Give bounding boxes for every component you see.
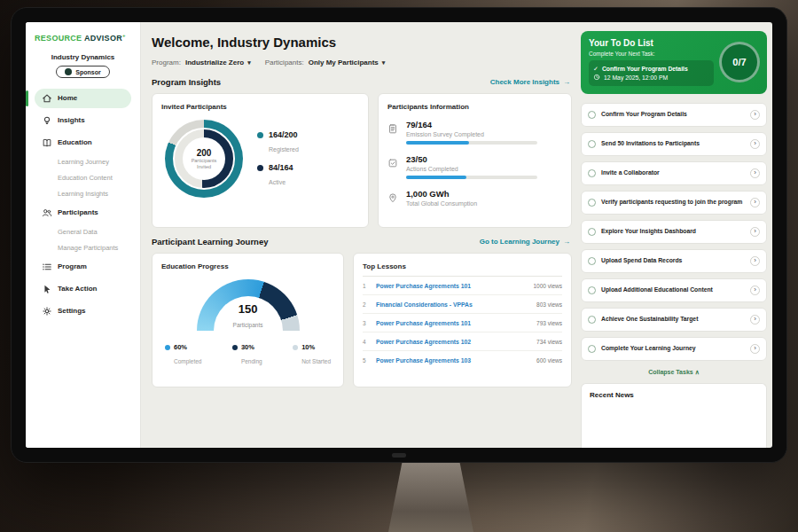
gauge-center-caption: Participants [233,322,263,328]
go-to-learning-journey-link[interactable]: Go to Learning Journey → [480,238,570,246]
book-icon [42,137,52,148]
section-title: Participant Learning Journey [152,237,268,246]
monitor-stand [388,463,473,532]
sidebar-item-home[interactable]: Home [35,89,131,108]
task-checkbox[interactable] [588,286,596,294]
logo-plus: + [122,33,126,38]
chevron-right-icon[interactable]: › [750,198,760,207]
chevron-right-icon[interactable]: › [750,168,760,178]
task-item[interactable]: Upload Additional Educational Content › [581,278,767,302]
program-select[interactable]: Industrialize Zero ▾ [185,59,251,66]
task-list: Confirm Your Program Details › Send 50 I… [581,103,767,361]
legend-value: 164/200 [269,130,299,139]
sidebar-item-learning-journey[interactable]: Learning Journey [35,153,131,169]
sidebar-item-program[interactable]: Program [35,257,131,277]
sidebar-item-education-content[interactable]: Education Content [35,169,131,185]
task-item[interactable]: Invite a Collaborator › [581,161,767,185]
todo-panel: Your To Do List Complete Your Next Task:… [581,22,772,448]
lesson-link[interactable]: Financial Considerations - VPPAs [376,301,530,308]
task-checkbox[interactable] [588,316,596,324]
task-label: Complete Your Learning Journey [601,345,745,353]
monitor-brand-mark [392,453,406,458]
scene-background: RESOURCE ADVISOR+ Industry Dynamics Spon… [0,0,798,532]
sidebar-item-education[interactable]: Education [35,133,131,153]
task-checkbox[interactable] [588,169,596,177]
lesson-row: 1 Power Purchase Agreements 101 1000 vie… [363,277,562,295]
task-checkbox[interactable] [588,111,596,119]
legend-item-active: 84/164 Active [257,163,299,188]
task-item[interactable]: Complete Your Learning Journey › [581,337,767,361]
sidebar-item-label: Education [58,138,92,146]
legend-pct: 60% [174,343,201,351]
insights-cards-row: Invited Participants 200 Participants In… [152,93,572,228]
participants-filter-label: Participants: [265,59,304,66]
lesson-views: 734 views [536,339,562,345]
chevron-up-icon: ∧ [695,369,700,375]
check-more-insights-link[interactable]: Check More Insights → [490,78,570,86]
chevron-right-icon[interactable]: › [750,139,760,149]
location-pin-icon [387,189,399,210]
section-title: Program Insights [152,77,221,87]
arrow-right-icon: → [563,78,570,86]
lesson-link[interactable]: Power Purchase Agreements 101 [376,283,527,289]
sidebar: RESOURCE ADVISOR+ Industry Dynamics Spon… [26,22,141,448]
task-item[interactable]: Upload Spend Data Records › [581,249,767,273]
sidebar-item-insights[interactable]: Insights [35,111,131,130]
legend-item-not-started: 10%Not Started [293,343,331,367]
task-item[interactable]: Confirm Your Program Details › [581,103,767,127]
sidebar-item-general-data[interactable]: General Data [35,223,131,239]
chevron-right-icon[interactable]: › [750,315,760,325]
sidebar-item-take-action[interactable]: Take Action [35,279,131,299]
clock-icon [593,74,600,81]
gauge-center-value: 150 [197,303,300,315]
chevron-right-icon[interactable]: › [750,110,760,120]
lesson-views: 803 views [536,301,562,308]
next-task-due: 12 May 2025, 12:00 PM [604,74,668,81]
task-checkbox[interactable] [588,228,596,236]
legend-item-completed: 60%Completed [165,343,201,367]
lesson-rank: 4 [363,339,370,345]
progress-bar-fill [406,176,466,179]
clipboard-icon [387,120,399,145]
sidebar-item-participants[interactable]: Participants [35,203,131,223]
participants-select-value: Only My Participants [309,59,379,66]
task-item[interactable]: Send 50 Invitations to Participants › [581,132,767,156]
progress-bar [406,176,537,179]
info-row-actions: 23/50 Actions Completed [387,154,562,179]
task-item[interactable]: Verify participants requesting to join t… [581,191,767,215]
program-filter-label: Program: [152,59,181,66]
info-row-emission-survey: 79/164 Emission Survey Completed [387,120,562,145]
task-checkbox[interactable] [588,199,596,207]
sidebar-item-settings[interactable]: Settings [35,301,131,321]
metric-value: 23/50 [406,154,537,164]
task-item[interactable]: Achieve One Sustainability Target › [581,308,767,332]
legend-label: Registered [269,146,299,153]
card-title: Invited Participants [161,103,359,111]
chevron-right-icon[interactable]: › [750,227,760,237]
task-item[interactable]: Explore Your Insights Dashboard › [581,220,767,244]
collapse-tasks-link[interactable]: Collapse Tasks ∧ [581,369,767,376]
participants-select[interactable]: Only My Participants ▾ [309,59,386,66]
gauge-center-label: 150 Participants [197,303,300,331]
lesson-link[interactable]: Power Purchase Agreements 103 [376,357,530,364]
lesson-views: 600 views [536,357,562,364]
donut-legend: 164/200 Registered 84/164 Active [257,122,299,196]
top-lessons-card: Top Lessons 1 Power Purchase Agreements … [353,253,572,387]
users-icon [42,207,52,218]
task-checkbox[interactable] [588,257,596,265]
lesson-link[interactable]: Power Purchase Agreements 101 [376,320,530,326]
sidebar-item-learning-insights[interactable]: Learning Insights [35,185,131,201]
task-checkbox[interactable] [588,345,596,353]
sidebar-item-label: Program [58,262,87,270]
legend-dot-gray [293,345,298,350]
task-checkbox[interactable] [588,140,596,148]
chevron-right-icon[interactable]: › [750,286,760,295]
chevron-right-icon[interactable]: › [750,256,760,266]
chevron-right-icon[interactable]: › [750,344,760,354]
sidebar-item-manage-participants[interactable]: Manage Participants [35,239,131,255]
cursor-icon [42,284,52,294]
sponsor-badge[interactable]: Sponsor [56,66,109,78]
lesson-views: 1000 views [533,283,562,289]
legend-label: Completed [174,358,201,364]
lesson-link[interactable]: Power Purchase Agreements 102 [376,339,530,345]
